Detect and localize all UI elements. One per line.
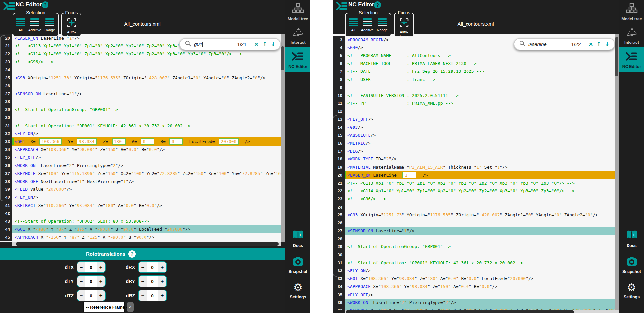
select-all-button[interactable]: All bbox=[16, 18, 25, 32]
close-search-icon[interactable]: × bbox=[588, 41, 593, 47]
vertical-scrollbar-thumb[interactable] bbox=[615, 37, 618, 76]
code-line[interactable]: 30 bbox=[0, 114, 281, 122]
code-line[interactable]: 10<!-- FASTSUITE VERSION : 2025.2.0.5111… bbox=[333, 91, 615, 99]
code-line[interactable]: 25<G93 XOrigin="1251.73" YOrigin="1176.5… bbox=[333, 211, 615, 219]
inline-edit-field[interactable]: 0 bbox=[169, 138, 183, 145]
code-line[interactable]: 25<G93 XOrigin="1251.73" YOrigin="1176.5… bbox=[0, 74, 281, 82]
code-line[interactable]: 15<ABSOLUTE/> bbox=[333, 131, 615, 139]
select-additive-button[interactable]: Additive bbox=[361, 18, 374, 32]
code-line[interactable]: 7<!-- DATE : Fri Sep 26 15:29:13 2025 --… bbox=[333, 68, 615, 75]
code-line[interactable]: 24 bbox=[333, 203, 615, 211]
code-line[interactable]: 6<!-- MACHINE TOOL : PRIMA_LASER_NEXT_21… bbox=[333, 60, 615, 68]
code-editor[interactable]: 20<LASER_ON LaserLine="1"/>21<!-- <G113 … bbox=[0, 34, 281, 242]
code-line[interactable]: 29<!--Start of OperationGroup: "GRP001"-… bbox=[0, 106, 281, 114]
code-line[interactable]: 26 bbox=[0, 82, 281, 90]
increment-button[interactable]: + bbox=[97, 262, 105, 272]
code-line[interactable]: 9 bbox=[333, 83, 615, 91]
apply-reference-frame-button[interactable]: ✓ bbox=[127, 302, 134, 312]
code-line[interactable]: 33<G01 X="108.366" Y="98.084" Z="180" A=… bbox=[333, 275, 615, 283]
select-range-button[interactable]: Range bbox=[45, 18, 55, 32]
inline-edit-field[interactable]: 0 bbox=[141, 138, 154, 145]
code-line[interactable]: 43<!--Start of Operation: "OP002" SLOT: … bbox=[0, 217, 281, 225]
auto-focus-button[interactable]: Auto-focus bbox=[395, 13, 413, 38]
sidebar-item-nc-editor[interactable]: NC Editor bbox=[285, 47, 310, 72]
stepper-value[interactable]: 0 bbox=[147, 262, 158, 272]
horizontal-scrollbar[interactable] bbox=[345, 310, 619, 313]
code-line[interactable]: 13<FLY_OFF/> bbox=[333, 115, 615, 123]
code-editor[interactable]: 3<PROGRAM_BEGIN/>4<G40/>5<!-- PROGRAM NA… bbox=[333, 34, 615, 310]
code-line[interactable]: 30 bbox=[333, 251, 615, 259]
select-range-button[interactable]: Range bbox=[377, 18, 388, 32]
code-line[interactable]: 34<APPROACH X="108.366" Y="98.084" Z="15… bbox=[0, 146, 281, 154]
code-line[interactable]: 22<!-- <G114 Xp1="0" Yp1="0" Zp1="0" Xp2… bbox=[333, 187, 615, 195]
reference-frame-select[interactable]: -- Reference Frame -- bbox=[83, 302, 125, 312]
code-line[interactable]: 14<G93/> bbox=[333, 123, 615, 131]
vertical-scrollbar[interactable] bbox=[281, 34, 285, 242]
rototranslations-help-icon[interactable]: ? bbox=[128, 250, 136, 258]
increment-button[interactable]: + bbox=[158, 262, 166, 272]
sidebar-item-docs[interactable]: iDocs bbox=[285, 227, 310, 251]
code-line[interactable]: 27<SENSOR_ON LaserLine="1"/> bbox=[0, 90, 281, 98]
select-all-button[interactable]: All bbox=[349, 18, 358, 32]
code-line[interactable]: 17<DEG/> bbox=[333, 147, 615, 155]
inline-edit-field[interactable]: 108.366 bbox=[39, 138, 62, 145]
sidebar-item-docs[interactable]: iDocs bbox=[619, 227, 644, 251]
search-input[interactable]: g01 bbox=[194, 42, 237, 47]
increment-button[interactable]: + bbox=[97, 276, 105, 287]
code-line[interactable]: 16<METRIC/> bbox=[333, 139, 615, 147]
inline-edit-field[interactable]: 98.084 bbox=[77, 138, 97, 145]
vertical-scrollbar-thumb[interactable] bbox=[281, 46, 284, 70]
code-line[interactable]: 35<FLY_OFF/> bbox=[333, 291, 615, 299]
sidebar-item-snapshot[interactable]: Snapshot bbox=[285, 253, 310, 277]
horizontal-scrollbar-thumb[interactable] bbox=[346, 310, 574, 313]
auto-focus-button[interactable]: Auto-focus bbox=[62, 13, 81, 38]
decrement-button[interactable]: – bbox=[139, 290, 147, 301]
prev-match-icon[interactable]: ↑ bbox=[262, 41, 267, 47]
code-line[interactable]: 19<MATERIAL MaterialName="PI_ALM_L5_AIR"… bbox=[333, 163, 615, 171]
code-line[interactable]: 21<!-- <G113 Xp1="0" Yp1="0" Zp1="0" Xp2… bbox=[333, 179, 615, 187]
code-line[interactable]: 23<!-- <G96/> --> bbox=[0, 58, 281, 66]
code-line[interactable]: 32<FLY_ON/> bbox=[0, 129, 281, 137]
code-line[interactable]: 5<!-- PROGRAM NAME : AllContours --> bbox=[333, 51, 615, 59]
code-line[interactable]: 31<!--Start of Operation: "OP001" KEYHOL… bbox=[333, 259, 615, 267]
decrement-button[interactable]: – bbox=[139, 276, 147, 287]
code-line[interactable]: 8<!-- USER : franc --> bbox=[333, 75, 615, 83]
help-icon[interactable]: ? bbox=[42, 1, 48, 8]
inline-edit-field[interactable]: 207000 bbox=[219, 138, 239, 145]
code-line[interactable]: 45<APPROACH X="-150" Y="87" Z="125" A="-… bbox=[0, 233, 281, 241]
increment-button[interactable]: + bbox=[97, 290, 105, 301]
code-line[interactable]: 41<RETRACT X="110.366" Y="98.084" Z="180… bbox=[0, 201, 281, 209]
sidebar-item-snapshot[interactable]: Snapshot bbox=[619, 253, 644, 277]
decrement-button[interactable]: – bbox=[77, 290, 85, 301]
increment-button[interactable]: + bbox=[158, 276, 166, 287]
code-line[interactable]: 42 bbox=[0, 209, 281, 217]
inline-edit-field[interactable]: 180 bbox=[112, 138, 126, 145]
decrement-button[interactable]: – bbox=[139, 262, 147, 272]
horizontal-scrollbar[interactable] bbox=[12, 242, 281, 246]
stepper-value[interactable]: 0 bbox=[147, 290, 158, 301]
code-line[interactable]: 44<G01 X="-180" Y="87" Z="125" A="-90.0"… bbox=[0, 225, 281, 233]
code-line[interactable]: 35<FLY_OFF/> bbox=[0, 154, 281, 161]
code-line[interactable]: 37<KEYHOLE Xc="100" Yc="115.1896" Zc="15… bbox=[333, 306, 615, 310]
sidebar-item-model-tree[interactable]: Model tree bbox=[285, 0, 310, 24]
code-line[interactable]: 31<!--Start of Operation: "OP001" KEYHOL… bbox=[0, 122, 281, 129]
code-line[interactable]: 33<G01 X= 108.366 Y= 98.084 Z= 180 A= 0 … bbox=[0, 137, 281, 145]
code-line[interactable]: 40<FLY_ON/> bbox=[0, 193, 281, 201]
prev-match-icon[interactable]: ↑ bbox=[596, 41, 601, 47]
horizontal-scrollbar-thumb[interactable] bbox=[16, 242, 279, 246]
next-match-icon[interactable]: ↓ bbox=[605, 41, 610, 47]
code-line[interactable]: 18<WORK_TYPE ID="2"/> bbox=[333, 155, 615, 163]
vertical-scrollbar[interactable] bbox=[615, 34, 619, 310]
code-line[interactable]: 36<WORK_ON LaserLine="2" PiercingType="2… bbox=[333, 299, 615, 306]
inline-edit-field[interactable]: 1 bbox=[402, 172, 416, 178]
select-additive-button[interactable]: Additive bbox=[28, 18, 41, 32]
code-line[interactable]: 20<LASER_ON LaserLine= 1 /> bbox=[333, 171, 615, 179]
stepper-value[interactable]: 0 bbox=[85, 276, 97, 287]
code-line[interactable]: 39<FEED Value="207000"/> bbox=[0, 185, 281, 193]
code-line[interactable]: 12 bbox=[333, 107, 615, 115]
code-line[interactable]: 23<!-- <G96/> --> bbox=[333, 195, 615, 203]
decrement-button[interactable]: – bbox=[77, 262, 85, 272]
code-line[interactable]: 36<WORK_ON LaserLine="2" PiercingType="2… bbox=[0, 161, 281, 169]
search-input[interactable]: laserline bbox=[528, 42, 571, 47]
code-line[interactable]: 37<KEYHOLE Xc="100" Yc="115.1896" Zc="15… bbox=[0, 169, 281, 177]
